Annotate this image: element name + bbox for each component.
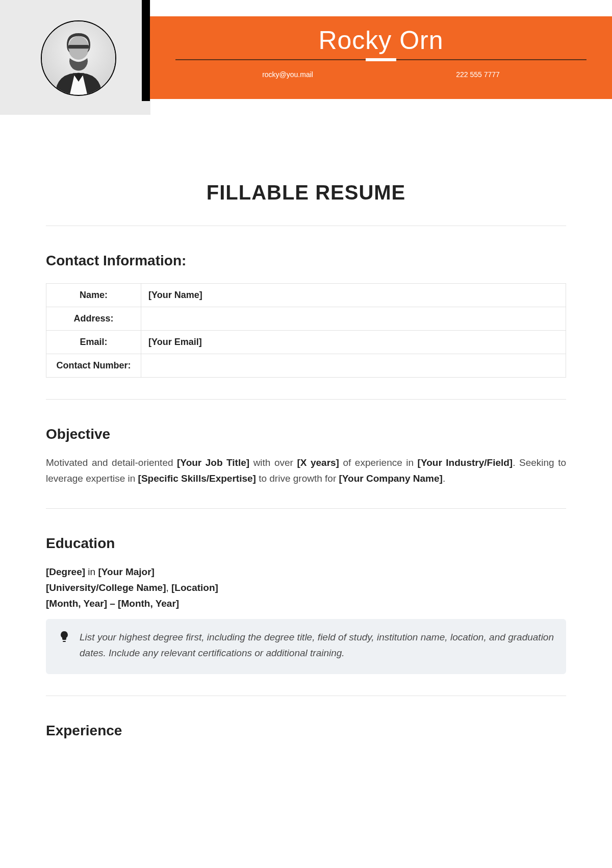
header-phone: 222 555 7777 [456,70,500,79]
objective-placeholder-skills[interactable]: [Specific Skills/Expertise] [138,473,256,484]
header-banner: Rocky Orn rocky@you.mail 222 555 7777 [150,16,612,99]
education-divider [46,696,566,696]
avatar [41,20,116,96]
contact-value-phone[interactable] [141,354,566,378]
objective-placeholder-company[interactable]: [Your Company Name] [339,473,443,484]
page-title: FILLABLE RESUME [46,181,566,204]
objective-frag: Motivated and detail-oriented [46,457,177,468]
objective-placeholder-jobtitle[interactable]: [Your Job Title] [177,457,249,468]
title-divider [46,226,566,226]
education-placeholder-university[interactable]: [University/College Name] [46,582,166,593]
experience-heading: Experience [46,723,566,739]
education-tip-box: List your highest degree first, includin… [46,619,566,675]
education-placeholder-location[interactable]: [Location] [171,582,218,593]
table-row: Name: [Your Name] [46,284,566,307]
objective-frag: . [443,473,445,484]
header-contact-row: rocky@you.mail 222 555 7777 [150,60,612,79]
contact-label-name: Name: [46,284,141,307]
education-lines: [Degree] in [Your Major] [University/Col… [46,564,566,612]
education-line-degree: [Degree] in [Your Major] [46,564,566,580]
header-area: Rocky Orn rocky@you.mail 222 555 7777 [0,0,612,115]
education-placeholder-major[interactable]: [Your Major] [98,566,154,577]
avatar-image [42,21,115,95]
table-row: Email: [Your Email] [46,331,566,354]
objective-text: Motivated and detail-oriented [Your Job … [46,455,566,487]
lightbulb-icon [58,630,70,642]
objective-frag: to drive growth for [256,473,339,484]
contact-table: Name: [Your Name] Address: Email: [Your … [46,283,566,378]
education-placeholder-dates[interactable]: [Month, Year] – [Month, Year] [46,598,179,609]
header-underline-accent [366,58,396,61]
education-frag: , [166,582,171,593]
objective-placeholder-years[interactable]: [X years] [297,457,339,468]
education-heading: Education [46,535,566,552]
objective-frag: with over [249,457,297,468]
objective-placeholder-industry[interactable]: [Your Industry/Field] [418,457,513,468]
header-divider-bar [142,0,150,101]
contact-heading: Contact Information: [46,253,566,269]
contact-value-address[interactable] [141,307,566,331]
objective-heading: Objective [46,426,566,442]
contact-label-phone: Contact Number: [46,354,141,378]
contact-value-email[interactable]: [Your Email] [141,331,566,354]
contact-label-email: Email: [46,331,141,354]
header-email: rocky@you.mail [262,70,313,79]
header-name-underline [175,59,586,60]
svg-rect-2 [68,45,89,48]
header-name: Rocky Orn [150,26,612,55]
objective-divider [46,508,566,509]
education-line-institution: [University/College Name], [Location] [46,580,566,596]
table-row: Contact Number: [46,354,566,378]
objective-frag: of experience in [339,457,418,468]
contact-label-address: Address: [46,307,141,331]
education-placeholder-degree[interactable]: [Degree] [46,566,85,577]
education-frag: in [85,566,98,577]
table-row: Address: [46,307,566,331]
document-content: FILLABLE RESUME Contact Information: Nam… [0,115,612,739]
contact-divider [46,399,566,400]
education-tip-text: List your highest degree first, includin… [80,629,554,661]
contact-value-name[interactable]: [Your Name] [141,284,566,307]
education-line-dates: [Month, Year] – [Month, Year] [46,596,566,611]
